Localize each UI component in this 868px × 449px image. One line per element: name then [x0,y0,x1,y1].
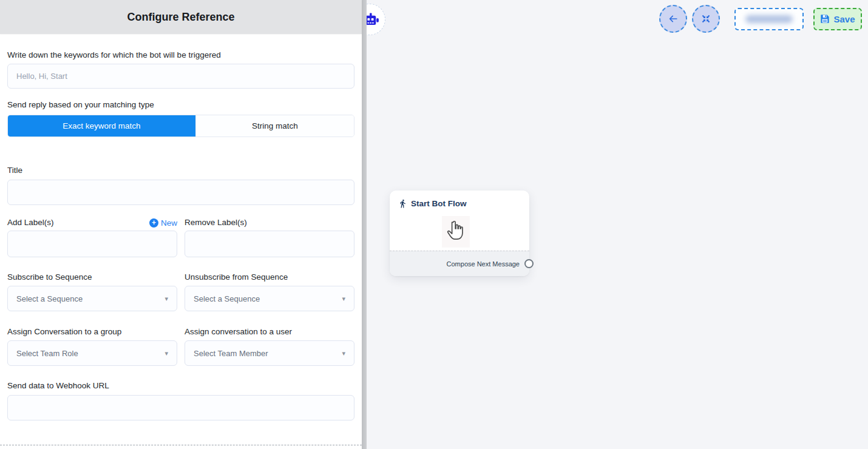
chevron-down-icon: ▾ [342,295,345,303]
chevron-down-icon: ▾ [164,349,168,357]
keywords-label: Write down the keywords for which the bo… [7,50,354,60]
webhook-label: Send data to Webhook URL [7,381,354,391]
plus-circle-icon: + [149,218,158,228]
tab-exact-keyword-match[interactable]: Exact keyword match [8,115,195,137]
unsubscribe-sequence-label: Unsubscribe from Sequence [185,272,354,282]
canvas-toolbar: Save [654,5,862,33]
assign-group-value: Select Team Role [16,349,78,358]
title-label: Title [7,166,354,175]
walking-person-icon [398,199,407,208]
arrow-left-icon [667,13,679,25]
subscribe-sequence-label: Subscribe to Sequence [7,272,177,282]
keywords-input[interactable] [7,64,354,89]
webhook-input[interactable] [7,395,354,420]
panel-header: Configure Reference [0,0,362,34]
save-button[interactable]: Save [813,8,862,30]
add-labels-label: Add Label(s) [7,218,54,228]
floppy-disk-icon [820,14,830,24]
remove-labels-label: Remove Label(s) [185,218,247,228]
configure-reference-panel: Configure Reference Write down the keywo… [0,0,362,449]
assign-user-value: Select Team Member [194,349,268,358]
node-title: Start Bot Flow [411,199,467,208]
compose-next-message-label: Compose Next Message [447,260,520,268]
fit-view-button[interactable] [692,5,720,33]
assign-group-label: Assign Conversation to a group [7,327,177,337]
assign-user-select[interactable]: Select Team Member ▾ [185,340,354,366]
fit-view-icon [700,13,711,24]
hand-pointer-cursor [442,216,470,248]
page-title: Configure Reference [127,11,234,24]
connection-handle[interactable] [524,259,534,268]
new-label-text: New [161,218,177,228]
unsubscribe-sequence-value: Select a Sequence [194,294,260,303]
blurred-label [745,15,793,23]
panel-body: Write down the keywords for which the bo… [0,50,362,420]
back-button[interactable] [659,5,687,33]
remove-labels-input[interactable] [185,231,354,257]
panel-section-divider [0,445,362,445]
unsubscribe-sequence-select[interactable]: Select a Sequence ▾ [185,286,354,311]
subscribe-sequence-select[interactable]: Select a Sequence ▾ [7,286,177,311]
subscribe-sequence-value: Select a Sequence [16,294,83,303]
start-bot-flow-node[interactable]: Start Bot Flow Compose Next Message [390,191,529,276]
matching-type-label: Send reply based on your matching type [7,100,354,110]
node-header: Start Bot Flow [390,191,529,208]
panel-scrollbar[interactable] [362,0,367,449]
save-button-label: Save [833,14,855,24]
title-input[interactable] [7,180,354,205]
chevron-down-icon: ▾ [342,349,345,357]
node-footer: Compose Next Message [390,251,529,276]
matching-type-toggle: Exact keyword match String match [7,115,354,137]
new-label-link[interactable]: + New [149,218,177,228]
blurred-action-button[interactable] [734,8,804,30]
chevron-down-icon: ▾ [164,295,168,303]
assign-user-label: Assign conversation to a user [185,327,354,337]
assign-group-select[interactable]: Select Team Role ▾ [7,340,177,366]
tab-string-match[interactable]: String match [195,115,354,137]
add-labels-input[interactable] [7,231,177,257]
